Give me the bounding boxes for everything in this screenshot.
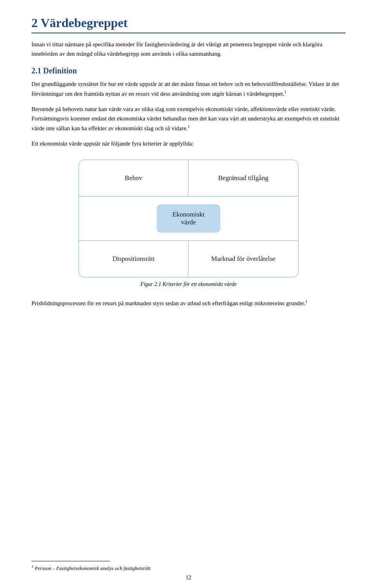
footnote-number: 1 [31,564,33,569]
diagram-cell-dispositionsratt: Dispositionsrätt [79,241,188,277]
footnote-ref-2: 1 [188,124,190,129]
section-2-1-para2: Beroende på behovets natur kan värde var… [31,104,346,133]
footnote-ref-1: 1 [284,90,286,94]
diagram-cell-marknad: Marknad för överlåtelse [188,241,298,277]
diagram-wrapper: Behov Begränsad tillgång Ekonomisktvärde… [79,160,298,288]
diagram-cell-ekonomiskt-wrapper: Ekonomisktvärde [79,197,298,241]
diagram-outer: Behov Begränsad tillgång Ekonomisktvärde… [79,160,298,277]
section-2-1-para3: Ett ekonomiskt värde uppstår när följand… [31,139,346,149]
footnote-content: Persson – Fastighetsekonomisk analys och… [35,566,150,572]
intro-paragraph: Innan vi tittar närmare på specifika met… [31,40,346,58]
chapter-title: 2 Värdebegreppet [31,16,346,33]
diagram-cell-begransad: Begränsad tillgång [188,160,298,197]
section-2-1-para1: Det grundläggande synsättet för hur ett … [31,79,346,99]
page-number: 12 [0,575,377,581]
ekonomiskt-badge: Ekonomisktvärde [157,204,220,233]
diagram-cell-behov: Behov [79,160,188,197]
page-footer: 1 Persson – Fastighetsekonomisk analys o… [0,561,377,572]
footnote-divider [31,561,110,561]
diagram-grid: Behov Begränsad tillgång Ekonomisktvärde… [79,160,298,277]
footnote-text: 1 Persson – Fastighetsekonomisk analys o… [31,564,150,572]
footnote-ref-3: 1 [306,299,307,304]
section-2-1-para4: Prisbildningsprocessen för en resurs på … [31,299,346,308]
section-2-1-title: 2.1 Definition [31,66,346,75]
diagram-caption: Figur 2.1 Kriterier för ett ekonomiskt v… [79,281,298,288]
